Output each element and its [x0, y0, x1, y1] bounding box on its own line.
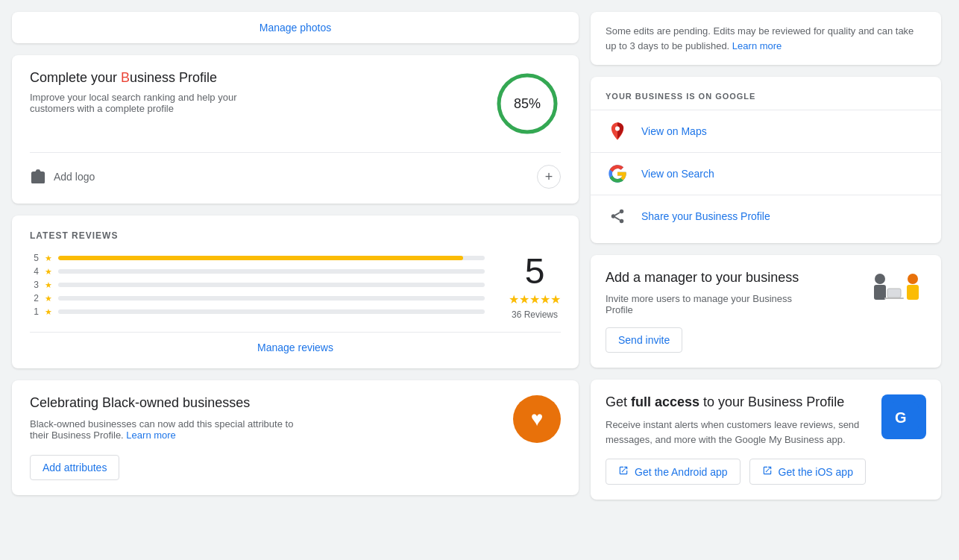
rating-row-2: 2 ★ — [30, 293, 485, 303]
black-owned-icon: ♥ — [513, 395, 561, 443]
svg-rect-13 — [884, 298, 904, 299]
celebrating-card: Celebrating Black-owned businesses Black… — [12, 380, 579, 495]
share-profile-link[interactable]: Share your Business Profile — [641, 210, 770, 222]
google-card: YOUR BUSINESS IS ON GOOGLE View on Maps — [591, 77, 941, 243]
complete-profile-title: Complete your Business Profile — [30, 70, 283, 86]
svg-point-7 — [620, 219, 624, 224]
view-on-maps-link[interactable]: View on Maps — [641, 125, 707, 137]
review-stars: ★★★★★ — [509, 292, 561, 306]
rating-row-3: 3 ★ — [30, 280, 485, 290]
view-on-search-item[interactable]: View on Search — [591, 152, 941, 195]
add-logo-label: Add logo — [54, 171, 95, 183]
manager-card: Add a manager to your business Invite mo… — [591, 255, 941, 368]
edits-banner: Some edits are pending. Edits may be rev… — [591, 12, 941, 65]
svg-point-10 — [875, 274, 885, 284]
reviews-section-title: LATEST REVIEWS — [30, 230, 561, 241]
send-invite-button[interactable]: Send invite — [606, 327, 682, 353]
camera-icon — [30, 169, 46, 186]
svg-line-9 — [615, 213, 620, 215]
external-link-icon — [618, 465, 629, 478]
manage-reviews-link[interactable]: Manage reviews — [30, 332, 561, 353]
add-logo-button[interactable]: + — [537, 165, 561, 189]
rating-row-4: 4 ★ — [30, 266, 485, 277]
svg-line-8 — [615, 217, 620, 220]
android-app-button[interactable]: Get the Android app — [606, 459, 741, 485]
google-card-header: YOUR BUSINESS IS ON GOOGLE — [591, 83, 941, 110]
rating-row-5: 5 ★ — [30, 253, 485, 263]
review-count: 36 Reviews — [509, 309, 561, 320]
access-card: Get full access to your Business Profile… — [591, 380, 941, 500]
learn-more-link[interactable]: Learn more — [126, 430, 175, 441]
manager-title: Add a manager to your business — [606, 270, 814, 286]
manager-description: Invite more users to manage your Busines… — [606, 293, 814, 315]
svg-rect-11 — [874, 285, 886, 300]
rating-bars: 5 ★ 4 ★ 3 ★ 2 ★ — [30, 253, 485, 320]
manage-photos-link[interactable]: Manage photos — [260, 22, 332, 34]
maps-icon — [606, 119, 629, 143]
access-description: Receive instant alerts when customers le… — [606, 418, 881, 447]
view-on-maps-item[interactable]: View on Maps — [591, 110, 941, 152]
svg-rect-12 — [887, 289, 901, 298]
gmb-app-icon: G — [881, 394, 926, 439]
svg-point-6 — [611, 214, 616, 218]
svg-point-14 — [908, 274, 918, 284]
complete-profile-card: Complete your Business Profile Improve y… — [12, 55, 579, 204]
access-title: Get full access to your Business Profile — [606, 394, 881, 410]
svg-text:G: G — [895, 409, 907, 426]
reviews-card: LATEST REVIEWS 5 ★ 4 ★ 3 ★ — [12, 215, 579, 368]
progress-circle: 85% — [494, 70, 561, 137]
add-attributes-button[interactable]: Add attributes — [30, 455, 119, 480]
svg-point-5 — [620, 210, 624, 214]
learn-more-edits-link[interactable]: Learn more — [732, 40, 782, 51]
celebrating-title: Celebrating Black-owned businesses — [30, 395, 298, 411]
add-logo-row: Add logo + — [30, 152, 561, 189]
complete-profile-description: Improve your local search ranking and he… — [30, 92, 283, 114]
share-profile-item[interactable]: Share your Business Profile — [591, 195, 941, 237]
ios-app-label: Get the iOS app — [779, 466, 853, 478]
review-summary: 5 ★★★★★ 36 Reviews — [509, 254, 561, 320]
percentage-label: 85% — [514, 96, 541, 112]
manager-illustration — [867, 270, 926, 315]
ios-app-button[interactable]: Get the iOS app — [749, 459, 866, 485]
rating-row-1: 1 ★ — [30, 306, 485, 317]
google-search-icon — [606, 162, 629, 186]
external-link-icon-ios — [762, 465, 773, 478]
android-app-label: Get the Android app — [635, 466, 728, 478]
celebrating-description: Black-owned businesses can now add this … — [30, 418, 298, 441]
svg-rect-15 — [907, 285, 919, 300]
manage-photos-card: Manage photos — [12, 12, 579, 43]
review-number: 5 — [509, 254, 561, 289]
share-icon — [606, 204, 629, 228]
view-on-search-link[interactable]: View on Search — [641, 168, 714, 180]
svg-point-4 — [615, 127, 620, 131]
